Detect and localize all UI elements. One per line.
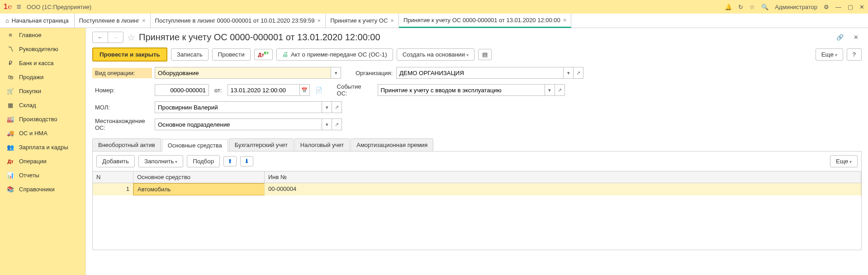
table-empty-area[interactable] xyxy=(93,195,861,250)
cart-icon: 🛒 xyxy=(6,88,14,95)
table-row[interactable]: 1 Автомобиль 00-000004 xyxy=(93,183,861,195)
home-tab-label: Начальная страница xyxy=(12,17,69,24)
sidebar-item-warehouse[interactable]: ▦Склад xyxy=(0,98,85,112)
org-input[interactable] xyxy=(396,67,564,79)
cell-asset[interactable]: Автомобиль xyxy=(133,183,265,195)
mol-input[interactable] xyxy=(155,101,322,113)
event-input[interactable] xyxy=(378,84,545,96)
bag-icon: 🛍 xyxy=(6,74,14,81)
sidebar-item-bank[interactable]: ₽Банк и касса xyxy=(0,56,85,70)
open-ref-icon[interactable]: ↗ xyxy=(574,67,583,79)
calendar-icon[interactable]: 📅 xyxy=(300,84,310,96)
bell-icon[interactable]: 🔔 xyxy=(725,4,732,10)
ruble-icon: ₽ xyxy=(6,60,14,66)
sidebar-item-sales[interactable]: 🛍Продажи xyxy=(0,70,85,84)
dropdown-icon[interactable]: ▾ xyxy=(331,67,341,79)
sidebar-item-main[interactable]: ≡Главное xyxy=(0,28,85,42)
search-icon[interactable]: 🔍 xyxy=(761,4,768,10)
tab-depreciation-bonus[interactable]: Амортизационная премия xyxy=(351,138,433,151)
restore-icon[interactable]: ▢ xyxy=(848,4,853,10)
tab-fixed-assets[interactable]: Основные средства xyxy=(162,139,228,152)
col-header-n[interactable]: N xyxy=(93,171,133,183)
post-button[interactable]: Провести xyxy=(212,48,251,61)
sidebar-item-catalogs[interactable]: 📚Справочники xyxy=(0,182,85,196)
structure-icon[interactable]: ▤ xyxy=(478,49,492,60)
dropdown-icon[interactable]: ▾ xyxy=(322,119,332,130)
dropdown-icon[interactable]: ▾ xyxy=(322,101,332,113)
history-icon[interactable]: ↻ xyxy=(738,4,743,10)
fill-button[interactable]: Заполнить xyxy=(138,155,183,167)
app-header: 1℮ ≡ ООО (1С:Предприятие) 🔔 ↻ ☆ 🔍 Админи… xyxy=(0,0,868,14)
tab-accounting[interactable]: Бухгалтерский учет xyxy=(229,138,294,151)
sidebar-item-reports[interactable]: 📊Отчеты xyxy=(0,168,85,182)
add-button[interactable]: Добавить xyxy=(96,155,135,167)
move-up-icon[interactable]: ⬆ xyxy=(223,156,237,166)
col-header-inv[interactable]: Инв № xyxy=(265,171,861,183)
tab-acceptance-list[interactable]: Принятие к учету ОС × xyxy=(326,14,399,28)
main-icon: ≡ xyxy=(6,32,14,38)
sidebar: ≡Главное 〽Руководителю ₽Банк и касса 🛍Пр… xyxy=(0,28,86,275)
col-header-asset[interactable]: Основное средство xyxy=(133,171,265,183)
sidebar-item-operations[interactable]: ДтОперации xyxy=(0,154,85,168)
table-toolbar: Добавить Заполнить Подбор ⬆ ⬇ Еще xyxy=(92,152,862,171)
print-act-button[interactable]: 🖨 Акт о приеме-передаче ОС (ОС-1) xyxy=(276,48,393,61)
open-ref-icon[interactable]: ↗ xyxy=(555,84,565,96)
dtct-button[interactable]: ДтКт xyxy=(254,49,273,61)
favorite-star-icon[interactable]: ☆ xyxy=(127,32,135,43)
dropdown-icon[interactable]: ▾ xyxy=(564,67,574,79)
assets-table: N Основное средство Инв № 1 Автомобиль 0… xyxy=(92,171,862,250)
open-ref-icon[interactable]: ↗ xyxy=(332,101,342,113)
tab-leasing-doc[interactable]: Поступление в лизинг 0000-000001 от 10.0… xyxy=(151,14,326,28)
factory-icon: 🏭 xyxy=(6,116,14,123)
close-doc-icon[interactable]: ✕ xyxy=(850,32,862,43)
posted-icon[interactable]: 📄 xyxy=(315,87,323,94)
move-down-icon[interactable]: ⬇ xyxy=(240,156,253,166)
home-icon: ⌂ xyxy=(5,17,9,24)
back-button[interactable]: ← xyxy=(93,32,108,43)
grid-icon: ▦ xyxy=(6,102,14,109)
tab-leasing-list[interactable]: Поступление в лизинг × xyxy=(75,14,151,28)
user-label[interactable]: Администратор xyxy=(775,4,817,10)
mol-label: МОЛ: xyxy=(92,102,152,113)
location-label: Местонахождение ОС: xyxy=(92,116,152,133)
close-icon[interactable]: × xyxy=(318,17,321,24)
sidebar-item-purchases[interactable]: 🛒Покупки xyxy=(0,84,85,98)
save-button[interactable]: Записать xyxy=(171,48,209,61)
app-title: ООО (1С:Предприятие) xyxy=(27,4,91,10)
star-icon[interactable]: ☆ xyxy=(749,4,755,10)
sidebar-item-production[interactable]: 🏭Производство xyxy=(0,112,85,126)
forward-button[interactable]: → xyxy=(108,32,123,43)
table-more-button[interactable]: Еще xyxy=(830,155,858,167)
help-button[interactable]: ? xyxy=(847,48,862,61)
open-ref-icon[interactable]: ↗ xyxy=(332,119,342,130)
menu-icon[interactable]: ≡ xyxy=(17,2,22,12)
close-icon[interactable]: × xyxy=(563,17,567,24)
truck-icon: 🚚 xyxy=(6,130,14,137)
printer-icon: 🖨 xyxy=(282,51,288,58)
dtct-icon: Дт xyxy=(6,159,14,164)
dropdown-icon[interactable]: ▾ xyxy=(545,84,555,96)
tab-acceptance-doc[interactable]: Принятие к учету ОС 0000-000001 от 13.01… xyxy=(399,14,571,28)
more-button[interactable]: Еще xyxy=(816,48,843,61)
post-and-close-button[interactable]: Провести и закрыть xyxy=(92,47,167,62)
date-input[interactable] xyxy=(228,84,300,96)
close-icon[interactable]: × xyxy=(390,17,394,24)
sidebar-item-manager[interactable]: 〽Руководителю xyxy=(0,42,85,56)
sidebar-item-salary[interactable]: 👥Зарплата и кадры xyxy=(0,140,85,154)
close-icon[interactable]: × xyxy=(142,17,146,24)
home-tab[interactable]: ⌂ Начальная страница xyxy=(0,14,75,28)
number-input[interactable] xyxy=(155,84,209,96)
close-window-icon[interactable]: ✕ xyxy=(859,4,864,10)
bars-icon: 📊 xyxy=(6,172,14,179)
pick-button[interactable]: Подбор xyxy=(187,155,220,167)
create-based-button[interactable]: Создать на основании xyxy=(397,48,474,61)
op-type-input[interactable] xyxy=(155,67,331,79)
settings-icon[interactable]: ⚙ xyxy=(824,4,829,10)
location-input[interactable] xyxy=(155,119,322,130)
tab-noncurrent-asset[interactable]: Внеоборотный актив xyxy=(92,138,161,151)
books-icon: 📚 xyxy=(6,186,14,193)
minimize-icon[interactable]: — xyxy=(835,4,841,10)
sidebar-item-assets[interactable]: 🚚ОС и НМА xyxy=(0,126,85,140)
tab-tax-accounting[interactable]: Налоговый учет xyxy=(294,138,350,151)
link-icon[interactable]: 🔗 xyxy=(833,32,847,43)
